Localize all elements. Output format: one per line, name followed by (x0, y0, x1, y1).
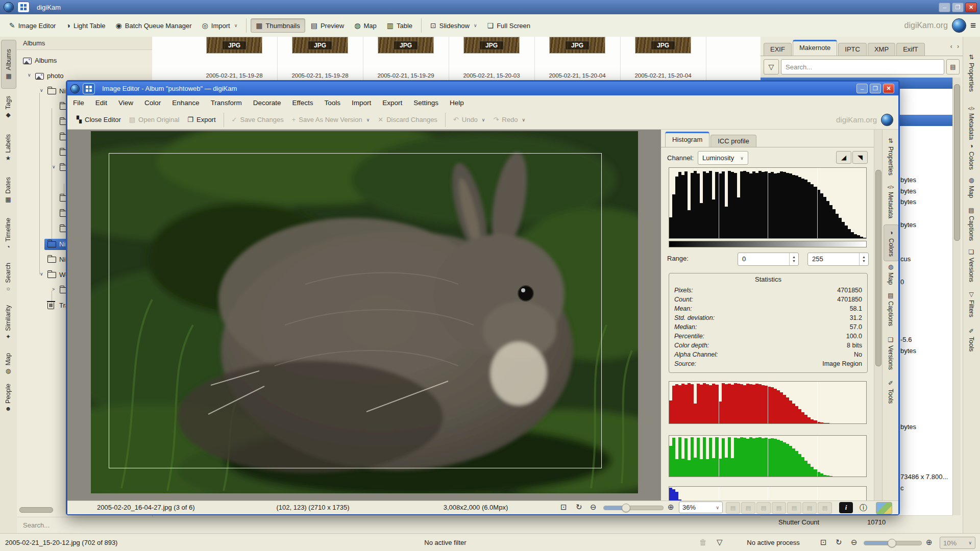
editor-window-menu-button[interactable] (83, 83, 95, 94)
menu-decorate[interactable]: Decorate (248, 95, 287, 110)
expander-closed-icon[interactable]: > (52, 287, 55, 292)
range-min-spinbox[interactable]: 0 ▲▼ (738, 253, 799, 266)
menu-import[interactable]: Import (346, 95, 377, 110)
panel-scrollbar[interactable] (874, 130, 882, 500)
filter-funnel-button[interactable]: ▽ (764, 59, 779, 74)
sidebar-tab-tags[interactable]: Tags◆ (1, 89, 15, 125)
panel-tab-histogram[interactable]: Histogram (665, 132, 709, 147)
editor-zoom-fit-icon[interactable]: ⊡ (560, 503, 567, 512)
minimize-button[interactable]: – (939, 3, 950, 12)
app-menu-button[interactable] (17, 2, 30, 13)
restore-button[interactable]: ❐ (952, 3, 964, 12)
sidebar-tab-map[interactable]: ◍Map (884, 262, 898, 286)
sidebar-tab-colors[interactable]: ◑Colors (884, 224, 898, 261)
metadata-search-input[interactable] (781, 59, 944, 74)
sidebar-tab-versions[interactable]: ❏Versions (964, 246, 978, 284)
sidebar-tab-timeline[interactable]: Timeline◔ (1, 213, 15, 256)
color-managed-view-button[interactable] (876, 502, 892, 514)
histogram-red[interactable] (669, 381, 867, 424)
sidebar-tab-similarity[interactable]: Similarity✦ (1, 299, 15, 346)
close-button[interactable]: ✕ (965, 3, 977, 12)
tab-scroll-arrows[interactable]: ‹ › (950, 43, 961, 50)
sidebar-tab-map[interactable]: Map◍ (1, 350, 15, 377)
albums-hscrollbar[interactable] (19, 507, 53, 513)
thumbnail-item[interactable]: JPG2005-02-21, 15-19-28 (292, 37, 348, 54)
channel-dropdown[interactable]: Luminosity ∨ (698, 151, 748, 165)
tree-item-albums[interactable]: Albums (17, 55, 152, 67)
sidebar-tab-metadata[interactable]: </>Metadata (964, 104, 978, 142)
metadata-options-button[interactable]: ▤ (946, 59, 960, 74)
sidebar-tab-labels[interactable]: Labels★ (1, 129, 15, 167)
editor-zoom-combo[interactable]: 36%∨ (679, 502, 723, 513)
histogram-green[interactable] (669, 435, 867, 477)
sidebar-tab-albums[interactable]: Albums▦ (1, 40, 16, 89)
sidebar-tab-versions[interactable]: ❏Versions (884, 333, 898, 373)
histogram-luminosity[interactable] (669, 167, 867, 239)
menu-color[interactable]: Color (139, 95, 166, 110)
sidebar-tab-map[interactable]: ◍Map (964, 175, 978, 199)
hamburger-menu-icon[interactable]: ≡ (970, 20, 976, 31)
thumbnail-item[interactable]: JPG2005-02-21, 15-20-04 (635, 37, 691, 54)
menu-effects[interactable]: Effects (286, 95, 318, 110)
editor-slider-handle[interactable] (622, 504, 630, 512)
editor-titlebar[interactable]: Image Editor - Album "pushtoweb" — digiK… (67, 82, 898, 95)
toolbar-button-light-table[interactable]: ◑Light Table (61, 19, 110, 32)
photo-rabbit[interactable] (91, 131, 638, 493)
toolbar-button-table[interactable]: ▥Table (382, 19, 417, 32)
menu-edit[interactable]: Edit (90, 95, 113, 110)
toolbar-button-preview[interactable]: ▤Preview (306, 19, 349, 32)
panel-tab-icc-profile[interactable]: ICC profile (710, 135, 756, 147)
expander-open-icon[interactable]: ∨ (40, 88, 43, 93)
linear-scale-button[interactable]: ◢ (836, 151, 851, 164)
sidebar-tab-properties[interactable]: ⇅Properties (884, 134, 898, 178)
zoom-out-icon[interactable]: ⊖ (851, 538, 857, 547)
scrollbar-thumb[interactable] (954, 84, 960, 241)
menu-export[interactable]: Export (377, 95, 408, 110)
filter-funnel-icon[interactable]: ▽ (717, 538, 723, 547)
zoom-fit-icon[interactable]: ⊡ (820, 538, 827, 547)
bottom-filter-bar[interactable]: Search... (17, 517, 761, 533)
sidebar-tab-filters[interactable]: ▽Filters (964, 288, 978, 320)
editor-zoom-in-icon[interactable]: ⊕ (668, 503, 674, 512)
range-max-spinbox[interactable]: 255 ▲▼ (807, 253, 869, 266)
sidebar-tab-people[interactable]: People☻ (1, 381, 15, 415)
expander-open-icon[interactable]: ∨ (28, 72, 31, 78)
metadata-tab-xmp[interactable]: XMP (868, 43, 895, 56)
metadata-tab-exif[interactable]: EXIF (764, 43, 792, 56)
toolbar-button-batch-queue-manager[interactable]: ◉Batch Queue Manager (111, 19, 197, 32)
sidebar-tab-captions[interactable]: ▤Captions (884, 289, 898, 330)
expander-open-icon[interactable]: ∨ (40, 271, 43, 277)
panel-scrollbar-thumb[interactable] (875, 170, 881, 366)
toolbar-button-import[interactable]: ◎Import∨ (198, 19, 242, 32)
editor-zoom-out-icon[interactable]: ⊖ (590, 503, 597, 512)
menu-file[interactable]: File (67, 95, 90, 110)
toolbar-button-slideshow[interactable]: ⊡Slideshow∨ (426, 19, 482, 32)
thumbnail-item[interactable]: JPG2005-02-21, 15-20-04 (549, 37, 605, 54)
sidebar-tab-search[interactable]: Search○ (1, 260, 15, 295)
toolbar-button-image-editor[interactable]: ✎Image Editor (5, 19, 60, 32)
underexposure-indicator-button[interactable]: i (839, 502, 853, 513)
metadata-scrollbar[interactable] (952, 78, 961, 515)
histogram-gradient-strip[interactable] (669, 241, 867, 247)
editor-toolbar-button-export[interactable]: ❐Export (183, 114, 219, 126)
editor-zoom-slider[interactable] (603, 506, 664, 510)
editor-close-button[interactable]: ✕ (883, 84, 894, 93)
metadata-tab-exift[interactable]: ExifT (896, 43, 925, 56)
thumbnail-item[interactable]: JPG2005-02-21, 15-20-03 (463, 37, 520, 54)
log-scale-button[interactable]: ◥ (852, 151, 868, 164)
zoom-level-combo[interactable]: 10%∨ (940, 537, 975, 549)
menu-transform[interactable]: Transform (205, 95, 248, 110)
sidebar-tab-tools[interactable]: ✐Tools (884, 376, 898, 408)
menu-view[interactable]: View (113, 95, 139, 110)
toolbar-button-thumbnails[interactable]: ▦Thumbnails (251, 18, 305, 33)
zoom-slider[interactable] (864, 541, 922, 545)
toolbar-button-map[interactable]: ◍Map (350, 19, 381, 32)
menu-settings[interactable]: Settings (408, 95, 444, 110)
editor-maximize-button[interactable]: ❐ (870, 84, 881, 93)
histogram-blue[interactable] (669, 486, 867, 500)
sidebar-tab-properties[interactable]: ⇅Properties (964, 43, 978, 102)
zoom-in-icon[interactable]: ⊕ (926, 538, 933, 547)
slider-handle[interactable] (888, 539, 896, 547)
sidebar-tab-dates[interactable]: Dates▦ (1, 172, 15, 208)
shutter-count-row[interactable]: Shutter Count 10710 (761, 515, 952, 529)
